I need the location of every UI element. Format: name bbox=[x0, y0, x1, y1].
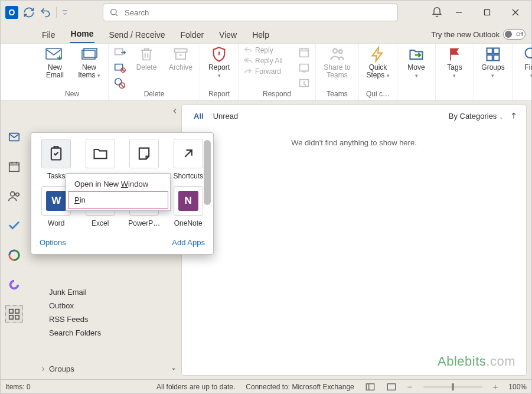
more-respond-icon[interactable] bbox=[298, 77, 311, 90]
quick-steps-button[interactable]: Quick Steps ▾ bbox=[364, 46, 392, 79]
app-tile-onenote[interactable]: NOneNote bbox=[169, 186, 208, 227]
reply-button[interactable]: Reply bbox=[243, 46, 292, 54]
tab-home[interactable]: Home bbox=[70, 29, 95, 43]
folder-rss-feeds[interactable]: RSS Feeds bbox=[49, 315, 101, 324]
apps-add-link[interactable]: Add Apps bbox=[172, 238, 205, 247]
people-icon bbox=[8, 190, 21, 203]
archive-icon bbox=[171, 46, 190, 63]
tab-view[interactable]: View bbox=[218, 30, 238, 43]
ribbon-group-find: Find▾ bbox=[513, 44, 532, 100]
share-to-teams-button[interactable]: Share to Teams bbox=[321, 46, 354, 79]
rail-calendar-button[interactable] bbox=[5, 158, 23, 175]
try-new-outlook-toggle[interactable]: Off bbox=[503, 29, 526, 40]
filter-all[interactable]: All bbox=[194, 112, 204, 121]
tab-send-receive[interactable]: Send / Receive bbox=[107, 30, 166, 43]
notes-icon bbox=[136, 145, 152, 162]
cleanup-icon[interactable] bbox=[113, 61, 126, 74]
qat-customize-icon[interactable] bbox=[61, 9, 68, 16]
filter-unread[interactable]: Unread bbox=[213, 112, 239, 121]
view-reading-icon[interactable] bbox=[386, 382, 397, 392]
move-button[interactable]: Move▾ bbox=[402, 46, 430, 79]
ribbon-group-title: Delete bbox=[144, 90, 165, 99]
qat-separator bbox=[56, 7, 57, 18]
refresh-icon[interactable] bbox=[23, 6, 35, 18]
zoom-in-button[interactable]: + bbox=[493, 382, 498, 392]
svg-rect-10 bbox=[175, 49, 187, 53]
rail-office-button[interactable] bbox=[5, 246, 23, 264]
shield-alert-icon bbox=[210, 46, 229, 63]
ribbon-group-title: New bbox=[65, 90, 79, 99]
rail-loop-button[interactable] bbox=[5, 276, 23, 294]
rail-mail-button[interactable] bbox=[5, 128, 23, 146]
ribbon-group-delete: Delete Archive Delete bbox=[109, 44, 200, 100]
nav-expand-down-icon[interactable] bbox=[169, 365, 178, 373]
ribbon-group-title: Respond bbox=[263, 90, 291, 99]
ribbon-group-move: Move▾ bbox=[397, 44, 436, 100]
zoom-slider[interactable] bbox=[423, 386, 482, 388]
svg-rect-31 bbox=[387, 383, 396, 390]
zoom-out-button[interactable]: − bbox=[407, 382, 413, 392]
svg-point-24 bbox=[16, 193, 19, 197]
window-minimize-button[interactable] bbox=[446, 4, 471, 21]
watermark: Ablebits.com bbox=[438, 354, 515, 369]
tab-folder[interactable]: Folder bbox=[179, 30, 205, 43]
rail-more-apps-button[interactable] bbox=[5, 305, 23, 323]
report-button[interactable]: Report▾ bbox=[205, 46, 233, 79]
todo-check-icon bbox=[8, 219, 21, 232]
tab-help[interactable]: Help bbox=[251, 30, 270, 43]
try-new-outlook-label: Try the new Outlook bbox=[431, 30, 500, 39]
forward-button[interactable]: Forward bbox=[243, 67, 292, 76]
outlook-app-icon bbox=[5, 6, 18, 19]
sort-button[interactable]: By Categories ⌄ bbox=[449, 112, 504, 121]
tags-button[interactable]: Tags▾ bbox=[440, 46, 469, 79]
tasks-icon bbox=[48, 145, 64, 162]
svg-point-0 bbox=[111, 9, 116, 15]
groups-button[interactable]: Groups▾ bbox=[479, 46, 507, 79]
window-maximize-button[interactable] bbox=[475, 4, 500, 21]
archive-button[interactable]: Archive bbox=[167, 46, 195, 71]
ribbon-tabstrip: File Home Send / Receive Folder View Hel… bbox=[1, 24, 531, 43]
ignore-icon[interactable] bbox=[113, 46, 126, 59]
svg-point-20 bbox=[526, 48, 533, 58]
status-connection: Connected to: Microsoft Exchange bbox=[246, 383, 354, 391]
calendar-icon bbox=[8, 160, 21, 173]
svg-point-14 bbox=[333, 49, 337, 53]
apps-options-link[interactable]: Options bbox=[40, 238, 66, 247]
rail-todo-button[interactable] bbox=[5, 217, 23, 235]
folder-outbox[interactable]: Outbox bbox=[49, 301, 101, 310]
left-app-rail bbox=[1, 125, 28, 365]
word-app-icon: W bbox=[46, 191, 66, 211]
window-close-button[interactable] bbox=[503, 4, 528, 21]
nav-groups-row[interactable]: Groups bbox=[40, 364, 74, 373]
view-normal-icon[interactable] bbox=[365, 382, 376, 392]
folder-search-folders[interactable]: Search Folders bbox=[49, 328, 101, 337]
junk-icon[interactable] bbox=[113, 77, 126, 90]
magnifier-icon bbox=[522, 46, 532, 63]
move-folder-icon bbox=[407, 46, 426, 63]
search-box[interactable] bbox=[103, 4, 398, 21]
title-bar bbox=[1, 1, 531, 24]
loop-icon bbox=[8, 278, 21, 291]
search-input[interactable] bbox=[123, 8, 391, 18]
ctx-open-new-window[interactable]: Open in New Window bbox=[68, 176, 168, 192]
zoom-value[interactable]: 100% bbox=[508, 383, 527, 391]
folder-junk-email[interactable]: Junk Email bbox=[49, 288, 101, 297]
new-items-button[interactable]: New Items ▾ bbox=[75, 46, 103, 79]
tab-file[interactable]: File bbox=[41, 30, 57, 43]
status-bar: Items: 0 All folders are up to date. Con… bbox=[1, 379, 531, 393]
delete-button[interactable]: Delete bbox=[132, 46, 161, 71]
sort-direction-icon[interactable] bbox=[510, 111, 518, 121]
new-email-button[interactable]: New Email bbox=[41, 46, 69, 79]
ctx-pin[interactable]: Pin bbox=[68, 192, 168, 208]
bell-icon[interactable] bbox=[431, 6, 443, 18]
undo-icon[interactable] bbox=[40, 6, 51, 18]
find-button[interactable]: Find▾ bbox=[517, 46, 532, 79]
meeting-reply-icon[interactable] bbox=[298, 46, 311, 59]
app-tile-shortcuts[interactable]: Shortcuts bbox=[169, 139, 208, 180]
rail-people-button[interactable] bbox=[5, 187, 23, 205]
envelope-icon bbox=[45, 46, 64, 63]
nav-collapse-icon[interactable] bbox=[171, 107, 179, 115]
reply-all-button[interactable]: Reply All bbox=[243, 57, 292, 65]
popup-scrollbar[interactable] bbox=[204, 140, 211, 205]
forward-attachment-icon[interactable] bbox=[298, 61, 311, 74]
